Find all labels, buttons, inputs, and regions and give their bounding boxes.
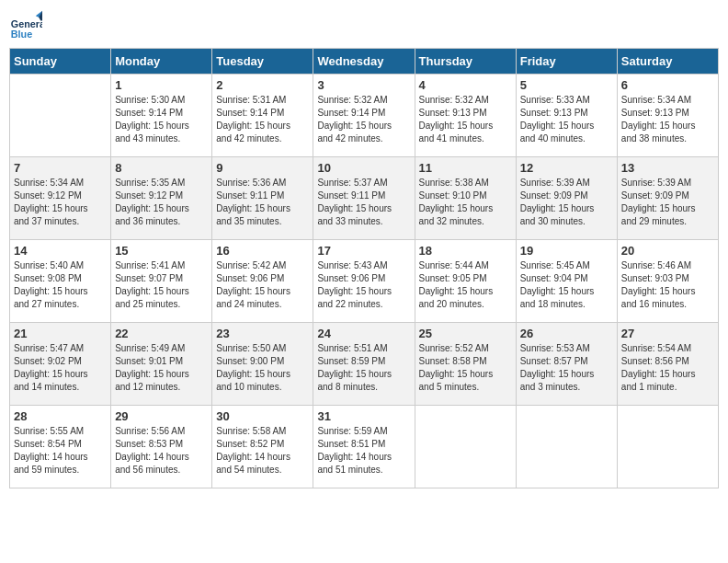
calendar-cell: 30Sunrise: 5:58 AM Sunset: 8:52 PM Dayli…	[212, 406, 313, 488]
day-info: Sunrise: 5:50 AM Sunset: 9:00 PM Dayligh…	[216, 342, 309, 394]
calendar-cell: 29Sunrise: 5:56 AM Sunset: 8:53 PM Dayli…	[111, 406, 212, 488]
day-info: Sunrise: 5:45 AM Sunset: 9:04 PM Dayligh…	[520, 259, 613, 311]
day-info: Sunrise: 5:32 AM Sunset: 9:13 PM Dayligh…	[419, 94, 512, 145]
day-number: 3	[317, 78, 410, 92]
calendar-cell: 5Sunrise: 5:33 AM Sunset: 9:13 PM Daylig…	[516, 75, 617, 157]
calendar-cell: 18Sunrise: 5:44 AM Sunset: 9:05 PM Dayli…	[415, 240, 516, 323]
week-row-5: 28Sunrise: 5:55 AM Sunset: 8:54 PM Dayli…	[10, 406, 719, 488]
calendar-cell: 25Sunrise: 5:52 AM Sunset: 8:58 PM Dayli…	[415, 323, 516, 406]
day-number: 18	[419, 244, 512, 258]
logo: General Blue	[9, 9, 42, 42]
day-info: Sunrise: 5:33 AM Sunset: 9:13 PM Dayligh…	[520, 94, 613, 145]
day-number: 10	[317, 161, 410, 175]
weekday-header-row: SundayMondayTuesdayWednesdayThursdayFrid…	[10, 49, 719, 75]
day-info: Sunrise: 5:55 AM Sunset: 8:54 PM Dayligh…	[14, 425, 107, 477]
day-number: 17	[317, 244, 410, 258]
calendar-cell: 21Sunrise: 5:47 AM Sunset: 9:02 PM Dayli…	[10, 323, 111, 406]
day-info: Sunrise: 5:43 AM Sunset: 9:06 PM Dayligh…	[317, 259, 410, 311]
day-number: 12	[520, 161, 613, 175]
calendar-cell: 19Sunrise: 5:45 AM Sunset: 9:04 PM Dayli…	[516, 240, 617, 323]
day-number: 11	[419, 161, 512, 175]
day-number: 24	[317, 327, 410, 340]
weekday-header-wednesday: Wednesday	[313, 49, 415, 75]
calendar-cell: 11Sunrise: 5:38 AM Sunset: 9:10 PM Dayli…	[415, 157, 516, 240]
calendar-cell: 24Sunrise: 5:51 AM Sunset: 8:59 PM Dayli…	[313, 323, 415, 406]
week-row-4: 21Sunrise: 5:47 AM Sunset: 9:02 PM Dayli…	[10, 323, 719, 406]
day-number: 29	[115, 409, 208, 423]
day-number: 6	[621, 78, 714, 92]
calendar-cell	[415, 406, 516, 488]
calendar-cell: 10Sunrise: 5:37 AM Sunset: 9:11 PM Dayli…	[313, 157, 415, 240]
page-header: General Blue	[9, 9, 719, 42]
day-number: 4	[419, 78, 512, 92]
day-number: 30	[216, 409, 309, 423]
calendar-cell: 17Sunrise: 5:43 AM Sunset: 9:06 PM Dayli…	[313, 240, 415, 323]
day-info: Sunrise: 5:56 AM Sunset: 8:53 PM Dayligh…	[115, 425, 208, 477]
day-info: Sunrise: 5:39 AM Sunset: 9:09 PM Dayligh…	[520, 177, 613, 228]
day-info: Sunrise: 5:46 AM Sunset: 9:03 PM Dayligh…	[621, 259, 714, 311]
day-number: 22	[115, 327, 208, 340]
week-row-1: 1Sunrise: 5:30 AM Sunset: 9:14 PM Daylig…	[10, 75, 719, 157]
calendar-cell	[617, 406, 718, 488]
day-info: Sunrise: 5:38 AM Sunset: 9:10 PM Dayligh…	[419, 177, 512, 228]
day-number: 14	[14, 244, 107, 258]
day-number: 7	[14, 161, 107, 175]
day-info: Sunrise: 5:36 AM Sunset: 9:11 PM Dayligh…	[216, 177, 309, 228]
day-info: Sunrise: 5:58 AM Sunset: 8:52 PM Dayligh…	[216, 425, 309, 477]
day-info: Sunrise: 5:31 AM Sunset: 9:14 PM Dayligh…	[216, 94, 309, 145]
day-number: 25	[419, 327, 512, 340]
calendar-cell: 2Sunrise: 5:31 AM Sunset: 9:14 PM Daylig…	[212, 75, 313, 157]
day-number: 19	[520, 244, 613, 258]
day-info: Sunrise: 5:39 AM Sunset: 9:09 PM Dayligh…	[621, 177, 714, 228]
calendar-cell: 1Sunrise: 5:30 AM Sunset: 9:14 PM Daylig…	[111, 75, 212, 157]
day-number: 16	[216, 244, 309, 258]
day-info: Sunrise: 5:47 AM Sunset: 9:02 PM Dayligh…	[14, 342, 107, 394]
day-info: Sunrise: 5:41 AM Sunset: 9:07 PM Dayligh…	[115, 259, 208, 311]
day-info: Sunrise: 5:54 AM Sunset: 8:56 PM Dayligh…	[621, 342, 714, 394]
week-row-3: 14Sunrise: 5:40 AM Sunset: 9:08 PM Dayli…	[10, 240, 719, 323]
day-info: Sunrise: 5:53 AM Sunset: 8:57 PM Dayligh…	[520, 342, 613, 394]
day-number: 8	[115, 161, 208, 175]
day-number: 13	[621, 161, 714, 175]
day-number: 20	[621, 244, 714, 258]
day-number: 28	[14, 409, 107, 423]
calendar-cell: 8Sunrise: 5:35 AM Sunset: 9:12 PM Daylig…	[111, 157, 212, 240]
day-info: Sunrise: 5:52 AM Sunset: 8:58 PM Dayligh…	[419, 342, 512, 394]
weekday-header-thursday: Thursday	[415, 49, 516, 75]
day-info: Sunrise: 5:32 AM Sunset: 9:14 PM Dayligh…	[317, 94, 410, 145]
day-info: Sunrise: 5:35 AM Sunset: 9:12 PM Dayligh…	[115, 177, 208, 228]
day-info: Sunrise: 5:49 AM Sunset: 9:01 PM Dayligh…	[115, 342, 208, 394]
calendar-cell: 3Sunrise: 5:32 AM Sunset: 9:14 PM Daylig…	[313, 75, 415, 157]
day-info: Sunrise: 5:59 AM Sunset: 8:51 PM Dayligh…	[317, 425, 410, 477]
weekday-header-saturday: Saturday	[617, 49, 718, 75]
day-number: 26	[520, 327, 613, 340]
calendar-cell: 9Sunrise: 5:36 AM Sunset: 9:11 PM Daylig…	[212, 157, 313, 240]
day-number: 5	[520, 78, 613, 92]
calendar-cell: 22Sunrise: 5:49 AM Sunset: 9:01 PM Dayli…	[111, 323, 212, 406]
day-number: 21	[14, 327, 107, 340]
calendar-cell: 28Sunrise: 5:55 AM Sunset: 8:54 PM Dayli…	[10, 406, 111, 488]
weekday-header-tuesday: Tuesday	[212, 49, 313, 75]
week-row-2: 7Sunrise: 5:34 AM Sunset: 9:12 PM Daylig…	[10, 157, 719, 240]
calendar-cell: 27Sunrise: 5:54 AM Sunset: 8:56 PM Dayli…	[617, 323, 718, 406]
calendar-cell: 15Sunrise: 5:41 AM Sunset: 9:07 PM Dayli…	[111, 240, 212, 323]
weekday-header-friday: Friday	[516, 49, 617, 75]
calendar-cell: 26Sunrise: 5:53 AM Sunset: 8:57 PM Dayli…	[516, 323, 617, 406]
day-number: 23	[216, 327, 309, 340]
calendar-cell: 20Sunrise: 5:46 AM Sunset: 9:03 PM Dayli…	[617, 240, 718, 323]
calendar-cell	[10, 75, 111, 157]
calendar-cell: 16Sunrise: 5:42 AM Sunset: 9:06 PM Dayli…	[212, 240, 313, 323]
day-info: Sunrise: 5:34 AM Sunset: 9:13 PM Dayligh…	[621, 94, 714, 145]
calendar-cell: 6Sunrise: 5:34 AM Sunset: 9:13 PM Daylig…	[617, 75, 718, 157]
day-info: Sunrise: 5:42 AM Sunset: 9:06 PM Dayligh…	[216, 259, 309, 311]
calendar-table: SundayMondayTuesdayWednesdayThursdayFrid…	[9, 48, 719, 488]
logo-icon: General Blue	[9, 9, 42, 42]
day-number: 27	[621, 327, 714, 340]
day-number: 31	[317, 409, 410, 423]
calendar-cell: 14Sunrise: 5:40 AM Sunset: 9:08 PM Dayli…	[10, 240, 111, 323]
day-info: Sunrise: 5:44 AM Sunset: 9:05 PM Dayligh…	[419, 259, 512, 311]
day-info: Sunrise: 5:51 AM Sunset: 8:59 PM Dayligh…	[317, 342, 410, 394]
calendar-cell: 4Sunrise: 5:32 AM Sunset: 9:13 PM Daylig…	[415, 75, 516, 157]
weekday-header-sunday: Sunday	[10, 49, 111, 75]
day-info: Sunrise: 5:40 AM Sunset: 9:08 PM Dayligh…	[14, 259, 107, 311]
